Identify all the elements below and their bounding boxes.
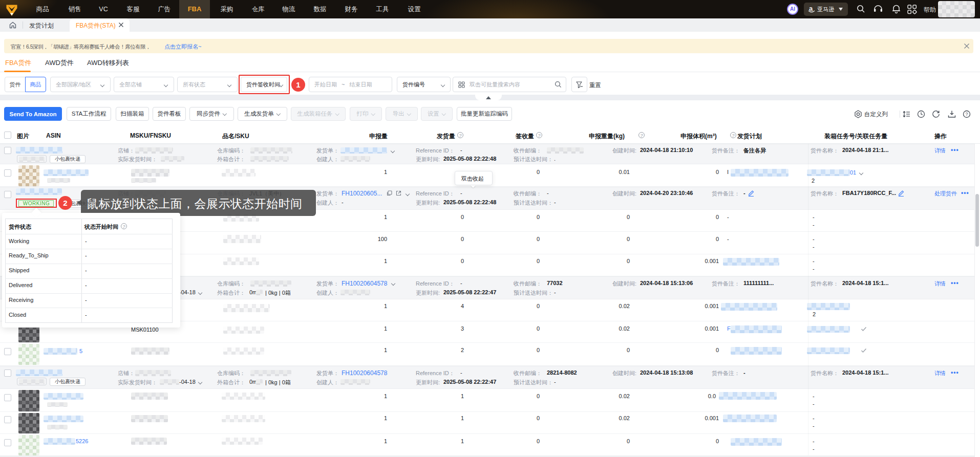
svg-text:?: ? [965,112,968,117]
